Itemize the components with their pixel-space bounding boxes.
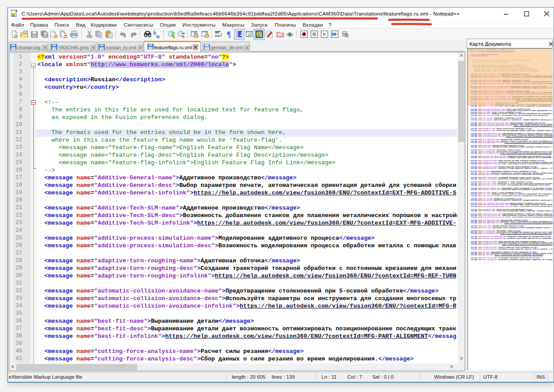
svg-text:¶: ¶: [226, 30, 231, 38]
svg-text:b: b: [154, 30, 156, 36]
svg-text:a: a: [157, 33, 160, 39]
svg-text:LC: LC: [345, 35, 349, 37]
